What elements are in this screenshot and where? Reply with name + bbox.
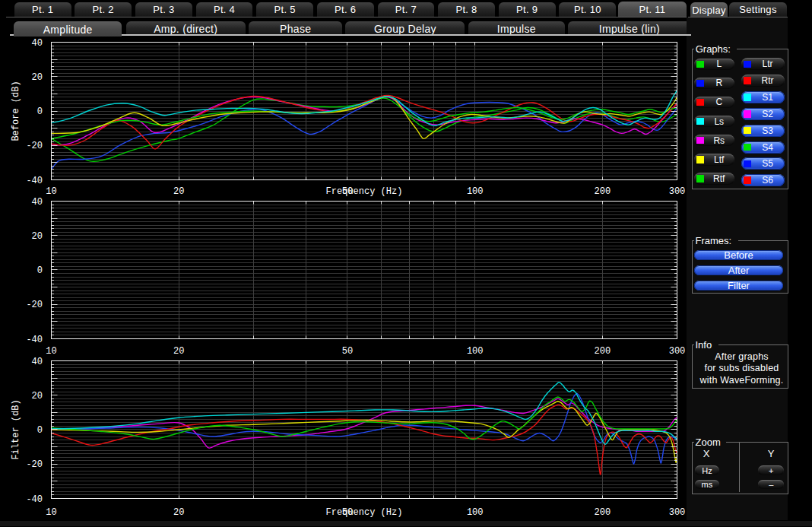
svg-text:0: 0 [37, 425, 43, 436]
svg-text:10: 10 [46, 507, 56, 518]
svg-text:Frequency (Hz): Frequency (Hz) [326, 186, 403, 197]
svg-text:300: 300 [669, 346, 686, 357]
svg-text:100: 100 [467, 186, 484, 197]
svg-text:-20: -20 [26, 300, 43, 310]
svg-text:200: 200 [595, 186, 611, 197]
svg-text:-20: -20 [26, 459, 43, 470]
svg-text:0: 0 [37, 106, 43, 117]
svg-text:Frequency (Hz): Frequency (Hz) [326, 507, 403, 518]
svg-text:100: 100 [467, 346, 484, 357]
svg-text:40: 40 [32, 357, 43, 367]
svg-text:0: 0 [37, 265, 43, 276]
svg-text:50: 50 [342, 346, 353, 357]
svg-text:200: 200 [595, 507, 611, 518]
svg-text:40: 40 [32, 38, 43, 49]
svg-text:Before (dB): Before (dB) [11, 81, 21, 141]
svg-text:20: 20 [173, 186, 184, 197]
svg-text:20: 20 [173, 507, 184, 518]
svg-text:10: 10 [46, 186, 56, 197]
svg-text:20: 20 [32, 231, 43, 242]
svg-text:200: 200 [595, 346, 611, 357]
svg-text:40: 40 [32, 197, 43, 208]
svg-text:-20: -20 [26, 141, 43, 151]
svg-text:100: 100 [467, 507, 484, 518]
svg-text:-40: -40 [26, 335, 43, 345]
svg-text:10: 10 [46, 346, 56, 357]
svg-text:20: 20 [32, 72, 43, 83]
svg-text:300: 300 [669, 507, 686, 518]
svg-text:-40: -40 [26, 494, 43, 505]
svg-text:50: 50 [342, 507, 353, 518]
svg-text:20: 20 [32, 391, 43, 402]
svg-text:50: 50 [342, 186, 353, 197]
svg-text:20: 20 [173, 346, 184, 357]
svg-text:Filter (dB): Filter (dB) [11, 399, 21, 459]
svg-text:300: 300 [669, 186, 686, 197]
svg-text:-40: -40 [26, 176, 43, 186]
